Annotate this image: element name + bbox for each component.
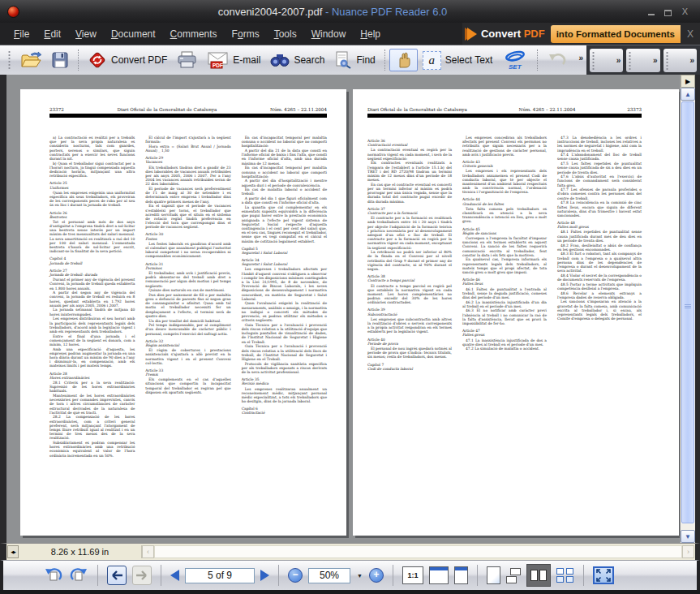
next-page-button[interactable] <box>260 570 269 581</box>
article-heading: Article 46Faltes lleus <box>462 278 547 286</box>
fit-width-button[interactable] <box>454 566 468 584</box>
toolbar-grip[interactable] <box>592 51 595 71</box>
menu-item-document[interactable]: Document <box>104 24 163 44</box>
open-button[interactable] <box>15 50 46 71</box>
paragraph: Els contractes eventuals realitzats a l'… <box>367 161 452 182</box>
menu-item-view[interactable]: View <box>68 24 104 44</box>
article-subtitle: Faltes molt greus <box>557 225 642 229</box>
document-viewer[interactable]: 23372Diari Oficial de la Generalitat de … <box>0 75 700 543</box>
fullscreen-button[interactable] <box>593 566 614 584</box>
paragraph: A partir del dia 1 que figuri oficialmen… <box>242 196 327 204</box>
article-subtitle: Uniformes <box>49 186 135 190</box>
window-controls: X <box>646 7 690 16</box>
toolbar-overflow-button[interactable]: » <box>578 54 583 62</box>
paragraph: 47.2 La simulació de malaltia o accident… <box>462 346 547 351</box>
convert-pdf-icon <box>88 50 107 70</box>
zoom-dropdown-caret[interactable]: ▼ <box>357 573 363 579</box>
minimize-button[interactable] <box>646 7 656 16</box>
convert-pdf-promo[interactable]: Convert PDF into Formatted Documents X <box>462 23 700 45</box>
pane-toggle-button[interactable]: ▶ <box>681 75 695 88</box>
menu-item-window[interactable]: Window <box>304 24 354 44</box>
article-subtitle: Permisos <box>145 266 230 270</box>
paragraph: Les empreses que subcontractin amb altre… <box>367 317 452 334</box>
go-forward-button[interactable] <box>132 566 152 585</box>
find-button[interactable]: Find <box>329 50 380 71</box>
zoom-level-field[interactable]: 50% <box>308 568 350 583</box>
promo-tagline-button[interactable]: into Formatted Documents <box>551 25 681 43</box>
fit-page-button[interactable] <box>429 566 449 584</box>
toolbar-grip[interactable] <box>629 51 631 71</box>
email-pdf-tag: PDF <box>213 62 223 68</box>
menu-item-tools[interactable]: Tools <box>267 24 304 44</box>
convert-pdf-button[interactable]: Convert PDF <box>83 49 172 71</box>
scroll-up-button[interactable]: ▲ <box>681 88 695 101</box>
scrollbar-thumb[interactable] <box>681 101 694 523</box>
next-page-icon <box>260 570 269 581</box>
menu-item-comments[interactable]: Comments <box>163 24 225 44</box>
statusbar-splitter-handle[interactable]: ◀▶ <box>7 545 19 558</box>
paragraph: 48.1 Faltes repetides de puntualitat sen… <box>557 230 642 243</box>
title-bar: conveni2004-2007.pdf - Nuance PDF Reader… <box>0 0 700 23</box>
hscroll-left-button[interactable]: ‹ <box>142 545 154 558</box>
article-subtitle: Vacances <box>145 160 230 164</box>
zoom-out-button[interactable]: − <box>288 568 303 583</box>
toolbar-grip[interactable] <box>666 51 668 71</box>
print-icon <box>177 51 197 69</box>
text-column: En cas d'incapacitat temporal per malalt… <box>242 136 327 458</box>
rotate-cw-button[interactable] <box>69 566 88 584</box>
vertical-scrollbar[interactable]: ▶ ▲ ▼ <box>680 75 695 543</box>
select-text-button[interactable]: a Select Text <box>418 50 497 71</box>
toolbar-overflow-button[interactable]: » <box>616 56 621 65</box>
facing-pages-button[interactable] <box>526 564 551 587</box>
menu-item-help[interactable]: Help <box>353 24 388 44</box>
single-page-button[interactable] <box>487 566 500 584</box>
gazette-issue: Núm. 4265 – 22.11.2004 <box>270 107 327 112</box>
paragraph: En cas que el contracte eventual es conc… <box>367 183 452 204</box>
paragraph: 47.3 La desobediència a les ordres i ins… <box>557 136 642 153</box>
menu-item-file[interactable]: File <box>6 24 37 44</box>
article-number: Article 31 <box>145 262 163 266</box>
previous-page-button[interactable] <box>170 570 179 581</box>
horizontal-scrollbar-track[interactable] <box>154 545 682 558</box>
continuous-facing-icon <box>566 568 573 575</box>
undo-button[interactable] <box>542 50 573 71</box>
continuous-facing-button[interactable] <box>556 568 574 583</box>
print-button[interactable] <box>172 50 202 71</box>
menu-item-forms[interactable]: Forms <box>225 24 267 44</box>
zoom-in-button[interactable]: + <box>369 568 384 583</box>
set-tool-button[interactable]: SET <box>497 48 533 72</box>
email-button[interactable]: PDF E-mail <box>202 50 265 71</box>
article-heading: Article 26Bestretes <box>49 211 135 219</box>
toolbar-overflow-button[interactable]: » <box>653 56 658 65</box>
promo-close-button[interactable]: X <box>681 28 700 40</box>
close-button[interactable]: X <box>680 7 690 16</box>
page-folio: 23373 <box>627 107 642 112</box>
article-heading: Article 47Faltes greus <box>462 329 547 337</box>
maximize-icon <box>664 10 672 16</box>
actual-size-button[interactable]: 1:1 <box>402 566 423 584</box>
paragraph: Els complements en el cas d'aquelles sit… <box>145 377 230 394</box>
paragraph: Les empreses i treballadors afectats per… <box>242 267 327 301</box>
article-heading: Article 25Uniformes <box>49 181 135 189</box>
paragraph: 48.3 El furt o robatori, tant als compan… <box>557 252 642 273</box>
toolbar-overflow-button[interactable]: » <box>689 56 694 65</box>
menu-item-edit[interactable]: Edit <box>37 24 68 44</box>
paragraph: En cas d'incapacitat temporal per malalt… <box>242 136 327 148</box>
save-button[interactable] <box>46 50 74 71</box>
navbar-separator <box>278 565 279 586</box>
search-button[interactable]: Search <box>265 50 329 70</box>
scroll-down-button[interactable]: ▼ <box>681 530 695 543</box>
article-number: Article 26 <box>49 211 67 215</box>
paragraph: A partir del dia d'hospitalització i men… <box>242 179 327 187</box>
hscroll-right-button[interactable]: › <box>682 545 694 558</box>
hand-tool-button[interactable] <box>389 49 418 71</box>
continuous-view-button[interactable] <box>506 568 521 583</box>
main-toolbar: Convert PDF PDF E-mail Search Find a Sel… <box>0 45 700 75</box>
go-back-button[interactable] <box>107 566 127 585</box>
toolbar-grip[interactable] <box>8 50 11 70</box>
maximize-button[interactable] <box>663 7 673 16</box>
rotate-ccw-button[interactable] <box>44 566 63 584</box>
page-number-field[interactable]: 5 of 9 <box>185 568 255 583</box>
article-number: Article 39 <box>367 308 385 312</box>
paragraph: En qualsevol cas, l'empresa informarà el… <box>462 257 547 274</box>
